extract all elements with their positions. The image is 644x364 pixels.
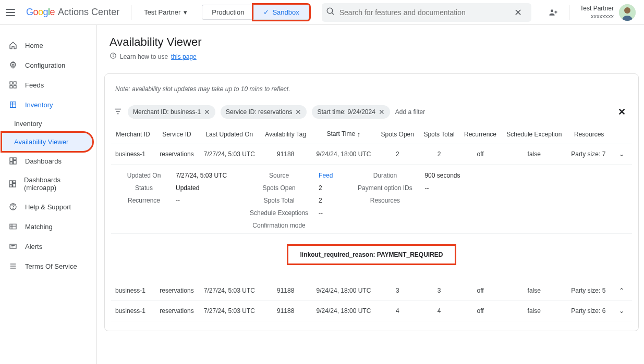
caret-down-icon: ▾ <box>184 8 187 16</box>
grid-icon <box>8 80 18 90</box>
matching-icon <box>8 222 18 231</box>
svg-rect-14 <box>14 158 16 160</box>
col-updated[interactable]: Last Updated On <box>199 125 260 144</box>
sort-asc-icon: ↑ <box>357 130 360 139</box>
svg-rect-15 <box>14 160 16 164</box>
sidebar: Home Configuration Feeds Inventory Inven… <box>0 25 97 364</box>
svg-rect-10 <box>10 102 16 108</box>
sidebar-item-inventory-parent[interactable]: Inventory <box>0 95 94 115</box>
logo[interactable]: Google Actions Center <box>21 7 125 18</box>
sidebar-item-dashboards-micro[interactable]: Dashboards (microapp) <box>0 171 94 197</box>
sidebar-item-configuration[interactable]: Configuration <box>0 55 94 75</box>
partner-dropdown[interactable]: Test Partner ▾ <box>138 8 193 16</box>
home-icon <box>8 41 18 50</box>
check-icon: ✓ <box>263 8 269 16</box>
learn-link[interactable]: this page <box>171 53 197 60</box>
svg-rect-18 <box>13 181 16 183</box>
svg-point-4 <box>624 7 630 14</box>
svg-rect-13 <box>10 158 13 161</box>
filter-chip-merchant[interactable]: Merchant ID: business-1✕ <box>128 105 215 119</box>
table-row[interactable]: business-1 reservations 7/27/24, 5:03 UT… <box>111 281 632 301</box>
chip-remove-icon[interactable]: ✕ <box>379 108 385 116</box>
col-service[interactable]: Service ID <box>155 125 199 144</box>
divider <box>131 5 131 20</box>
svg-line-1 <box>332 12 334 15</box>
chip-remove-icon[interactable]: ✕ <box>204 108 210 116</box>
search-box[interactable]: ✕ <box>322 3 532 22</box>
sidebar-item-dashboards[interactable]: Dashboards <box>0 151 94 171</box>
page-title: Availability Viewer <box>110 35 631 49</box>
availability-table: Merchant ID Service ID Last Updated On A… <box>111 125 632 321</box>
sidebar-item-matching[interactable]: Matching <box>0 217 94 236</box>
source-link[interactable]: Feed <box>319 172 333 179</box>
collapse-row-icon[interactable]: ⌃ <box>611 281 632 301</box>
svg-rect-7 <box>14 82 16 84</box>
svg-point-22 <box>13 208 14 209</box>
svg-rect-20 <box>9 185 12 187</box>
chip-remove-icon[interactable]: ✕ <box>295 108 301 116</box>
sidebar-item-tos[interactable]: Terms Of Service <box>0 256 94 276</box>
filter-bar: Merchant ID: business-1✕ Service ID: res… <box>111 105 632 125</box>
table-row[interactable]: business-1 reservations 7/27/24, 5:03 UT… <box>111 301 632 321</box>
gear-icon <box>8 60 18 70</box>
sidebar-item-inventory[interactable]: Inventory <box>0 115 94 133</box>
user-sub: xxxxxxxx <box>580 12 614 20</box>
col-merchant[interactable]: Merchant ID <box>111 125 155 144</box>
sidebar-item-alerts[interactable]: Alerts <box>0 236 94 256</box>
dashboard-icon <box>8 156 18 166</box>
col-start[interactable]: Start Time ↑ <box>311 125 376 144</box>
linkout-reason: linkout_required_reason: PAYMENT_REQUIRE… <box>287 244 456 265</box>
clear-search-icon[interactable]: ✕ <box>508 3 527 22</box>
search-icon <box>326 7 335 18</box>
sidebar-item-feeds[interactable]: Feeds <box>0 75 94 95</box>
env-tabs: Production ✓ Sandbox <box>202 5 309 20</box>
dashboard-icon <box>8 179 17 189</box>
svg-rect-26 <box>10 244 16 248</box>
google-logo: Google <box>26 7 55 18</box>
product-name: Actions Center <box>58 7 119 18</box>
svg-point-2 <box>551 9 553 12</box>
content-card: Note: availability slot updates may take… <box>104 73 639 331</box>
sidebar-item-help[interactable]: Help & Support <box>0 197 94 217</box>
col-open[interactable]: Spots Open <box>376 125 419 144</box>
sidebar-item-availability-viewer[interactable]: Availability Viewer <box>2 133 92 151</box>
menu-icon[interactable] <box>4 6 17 19</box>
filter-chip-service[interactable]: Service ID: reservations✕ <box>221 105 307 119</box>
col-sched[interactable]: Schedule Exception <box>501 125 567 144</box>
tab-production[interactable]: Production <box>202 5 253 20</box>
search-input[interactable] <box>339 8 505 17</box>
svg-rect-8 <box>10 85 13 88</box>
col-recur[interactable]: Recurrence <box>459 125 502 144</box>
inventory-icon <box>8 100 18 109</box>
svg-rect-16 <box>10 162 13 164</box>
avatar <box>619 4 636 21</box>
sidebar-item-home[interactable]: Home <box>0 35 94 55</box>
alerts-icon <box>8 242 18 251</box>
filter-icon[interactable] <box>113 107 123 118</box>
svg-rect-6 <box>10 82 13 84</box>
svg-point-5 <box>12 64 14 66</box>
app-header: Google Actions Center Test Partner ▾ Pro… <box>0 0 644 25</box>
col-res[interactable]: Resources <box>567 125 611 144</box>
person-add-icon[interactable] <box>544 3 563 22</box>
svg-rect-17 <box>9 181 12 184</box>
svg-rect-9 <box>14 85 16 88</box>
clear-filters-icon[interactable]: ✕ <box>618 106 630 118</box>
add-filter[interactable]: Add a filter <box>395 108 425 116</box>
user-menu[interactable]: Test Partner xxxxxxxx <box>576 4 640 21</box>
col-tag[interactable]: Availability Tag <box>260 125 311 144</box>
expand-row-icon[interactable]: ⌄ <box>611 301 632 321</box>
tos-icon <box>8 261 18 271</box>
divider <box>569 5 569 20</box>
col-total[interactable]: Spots Total <box>419 125 459 144</box>
table-row[interactable]: business-1 reservations 7/27/24, 5:03 UT… <box>111 144 632 165</box>
learn-line: Learn how to use this page <box>110 52 631 61</box>
help-icon <box>8 202 18 211</box>
note-text: Note: availability slot updates may take… <box>111 83 632 105</box>
filter-chip-starttime[interactable]: Start time: 9/24/2024✕ <box>312 105 390 119</box>
partner-label: Test Partner <box>144 8 180 16</box>
expand-row-icon[interactable]: ⌄ <box>611 144 632 165</box>
tab-sandbox[interactable]: ✓ Sandbox <box>253 5 309 20</box>
svg-point-0 <box>327 8 333 14</box>
row-detail-panel: Updated On7/27/24, 5:03 UTC StatusUpdate… <box>111 165 632 234</box>
